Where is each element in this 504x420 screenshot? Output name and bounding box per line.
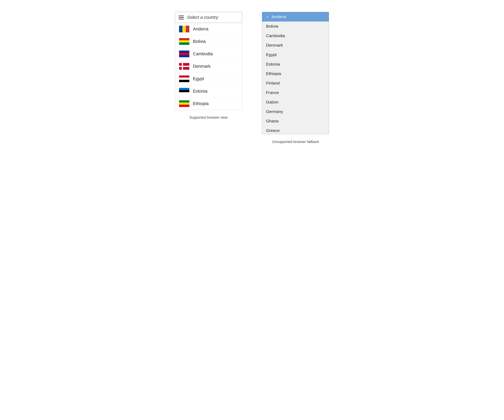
- custom-select-wrapper: Select a country Andorra Bolivia: [175, 12, 242, 110]
- hamburger-icon: [179, 16, 184, 19]
- country-name: Andorra: [271, 14, 286, 19]
- list-item[interactable]: Germany: [262, 107, 329, 116]
- list-item[interactable]: Egypt: [262, 50, 329, 59]
- country-name: Finland: [266, 81, 280, 86]
- right-panel: ✓ Andorra Bolivia Cambodia Denmark Egypt…: [262, 12, 329, 144]
- country-name: Ethiopia: [266, 71, 281, 76]
- custom-select-trigger[interactable]: Select a country: [175, 12, 242, 23]
- list-item[interactable]: Ethiopia: [262, 69, 329, 78]
- list-item[interactable]: Gabon: [262, 97, 329, 107]
- list-item[interactable]: Denmark: [175, 60, 242, 73]
- country-name: Cambodia: [266, 33, 285, 38]
- country-name: Bolivia: [193, 39, 206, 44]
- country-name: Cambodia: [193, 51, 213, 57]
- list-item[interactable]: Denmark: [262, 41, 329, 50]
- flag-egypt: [179, 76, 189, 82]
- country-name: Greece: [266, 128, 280, 133]
- list-item[interactable]: Cambodia: [175, 48, 242, 60]
- flag-cambodia: [179, 51, 189, 57]
- country-name: Denmark: [266, 43, 283, 48]
- country-name: France: [266, 90, 279, 95]
- country-name: Ghana: [266, 119, 278, 123]
- flag-estonia: [179, 88, 189, 95]
- country-name: Germany: [266, 109, 283, 114]
- country-name: Estonia: [193, 89, 207, 94]
- list-item[interactable]: ✓ Andorra: [262, 12, 329, 22]
- left-panel: Select a country Andorra Bolivia: [175, 12, 242, 120]
- list-item[interactable]: Estonia: [175, 85, 242, 98]
- flag-andorra: [179, 26, 189, 32]
- native-select-wrapper: ✓ Andorra Bolivia Cambodia Denmark Egypt…: [262, 12, 329, 134]
- checkmark-icon: ✓: [266, 15, 269, 19]
- list-item[interactable]: France: [262, 88, 329, 97]
- country-name: Gabon: [266, 100, 278, 105]
- flag-denmark: [179, 63, 189, 70]
- country-name: Bolivia: [266, 24, 278, 29]
- list-item[interactable]: Ethiopia: [175, 98, 242, 110]
- left-caption: Supported browser view: [189, 116, 228, 120]
- country-name: Andorra: [193, 26, 208, 32]
- trigger-label: Select a country: [187, 15, 218, 20]
- flag-ethiopia: [179, 100, 189, 107]
- country-name: Estonia: [266, 62, 280, 67]
- list-item[interactable]: Andorra: [175, 23, 242, 35]
- right-caption: Unsupported browser fallback: [272, 140, 319, 144]
- page-container: Select a country Andorra Bolivia: [175, 12, 329, 144]
- country-name: Egypt: [266, 52, 277, 57]
- list-item[interactable]: Finland: [262, 78, 329, 88]
- list-item[interactable]: Egypt: [175, 73, 242, 85]
- list-item[interactable]: Cambodia: [262, 31, 329, 41]
- flag-bolivia: [179, 38, 189, 45]
- list-item[interactable]: Bolivia: [175, 35, 242, 48]
- custom-dropdown[interactable]: Andorra Bolivia Cambodia: [175, 23, 242, 110]
- country-name: Egypt: [193, 76, 204, 81]
- list-item[interactable]: Estonia: [262, 59, 329, 69]
- list-item[interactable]: Bolivia: [262, 22, 329, 31]
- list-item[interactable]: Greece: [262, 126, 329, 134]
- country-name: Ethiopia: [193, 101, 209, 106]
- list-item[interactable]: Ghana: [262, 116, 329, 126]
- native-select-list[interactable]: ✓ Andorra Bolivia Cambodia Denmark Egypt…: [262, 12, 329, 134]
- country-name: Denmark: [193, 64, 210, 69]
